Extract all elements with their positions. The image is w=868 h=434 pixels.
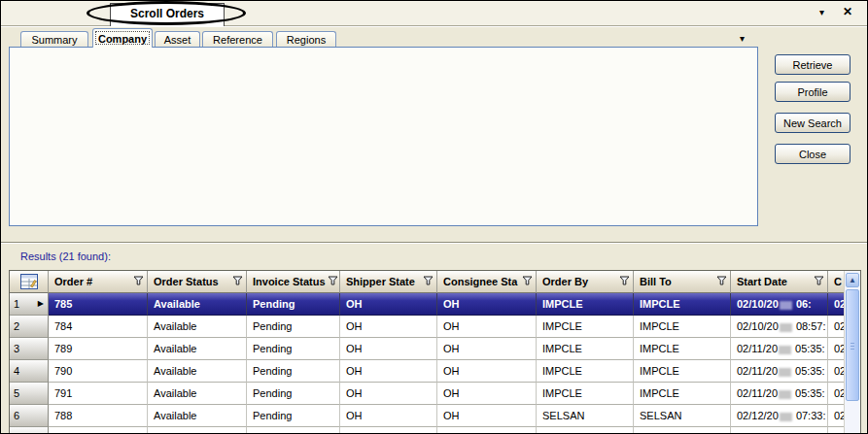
tab-reference[interactable]: Reference xyxy=(202,31,273,48)
column-header-label: Start Date xyxy=(737,276,787,287)
row-header[interactable]: 3 xyxy=(10,338,49,360)
table-row[interactable]: 5791AvailablePendingOHOHIMPCLEIMPCLE02/1… xyxy=(10,383,844,405)
scroll-up-icon[interactable]: ▲ xyxy=(846,273,859,287)
cell: SELSAN xyxy=(537,427,634,433)
cell: Pending xyxy=(247,360,340,383)
cell: 784 xyxy=(49,316,148,338)
row-header[interactable]: 4 xyxy=(10,360,49,383)
column-header-shipper-state[interactable]: Shipper State xyxy=(340,271,437,293)
results-grid: Order #Order StatusInvoice StatusShipper… xyxy=(9,270,861,433)
close-button[interactable]: Close xyxy=(775,144,851,164)
table-row[interactable]: 3789AvailablePendingOHOHIMPCLEIMPCLE02/1… xyxy=(10,338,844,360)
vertical-scrollbar[interactable]: ▲ xyxy=(844,271,860,433)
window-menu-arrow-icon[interactable]: ▾ xyxy=(819,7,824,17)
cell: Pending xyxy=(247,405,340,427)
cell: Available xyxy=(148,338,247,360)
filter-icon[interactable] xyxy=(232,276,243,287)
grid-properties-icon[interactable] xyxy=(10,271,49,293)
window-close-icon[interactable]: ✕ xyxy=(843,5,852,18)
cell: Available xyxy=(148,360,247,383)
cell: OH xyxy=(437,316,537,338)
cell: OH xyxy=(437,405,537,427)
redacted-year xyxy=(779,368,791,377)
window-title: Scroll Orders xyxy=(130,7,204,20)
cell: Pending xyxy=(247,383,340,405)
column-header-order-status[interactable]: Order Status xyxy=(148,271,247,293)
table-row[interactable]: 1▶785AvailablePendingOHOHIMPCLEIMPCLE02/… xyxy=(10,293,844,316)
table-row[interactable]: 2784AvailablePendingOHOHIMPCLEIMPCLE02/1… xyxy=(10,316,844,338)
row-number: 2 xyxy=(14,320,19,332)
filter-icon[interactable] xyxy=(328,276,338,287)
tab-company[interactable]: Company xyxy=(92,28,153,48)
filter-icon[interactable] xyxy=(423,276,434,287)
cell: IMPCLE xyxy=(634,360,731,383)
row-header[interactable]: 2 xyxy=(10,316,49,338)
row-header[interactable]: 1▶ xyxy=(10,293,49,316)
redacted-year xyxy=(779,346,791,354)
column-header-label: Order By xyxy=(542,276,588,287)
cell: IMPCLE xyxy=(634,383,731,405)
retrieve-button[interactable]: Retrieve xyxy=(775,54,851,75)
cell: Available xyxy=(148,293,247,316)
cell: OH xyxy=(437,383,537,405)
tab-asset[interactable]: Asset xyxy=(155,31,200,48)
cell: SELSAN xyxy=(537,405,634,427)
cell: Pending xyxy=(247,427,340,433)
cell-start-date: 02/11/20 05:35: xyxy=(731,338,828,360)
cell: IMPCLE xyxy=(537,316,634,338)
table-row[interactable]: 7797AvailablePendingOHOHSELSANSELSAN02/1… xyxy=(10,427,844,433)
cell: Available xyxy=(148,405,247,427)
row-header[interactable]: 6 xyxy=(10,405,49,427)
tab-overflow-arrow-icon[interactable]: ▾ xyxy=(740,33,745,44)
cell: Available xyxy=(148,383,247,405)
row-header[interactable]: 5 xyxy=(10,383,49,405)
new-search-button[interactable]: New Search xyxy=(775,113,851,133)
table-row[interactable]: 6788AvailablePendingOHOHSELSANSELSAN02/1… xyxy=(10,405,844,427)
cell: IMPCLE xyxy=(537,293,634,316)
cell: OH xyxy=(340,338,437,360)
cell: IMPCLE xyxy=(634,293,731,316)
cell: IMPCLE xyxy=(537,360,634,383)
results-count-label: Results (21 found): xyxy=(20,250,111,262)
cell: OH xyxy=(340,316,437,338)
column-header-consignee-sta[interactable]: Consignee Sta xyxy=(437,271,537,293)
cell: Available xyxy=(148,427,247,433)
cell: Pending xyxy=(247,338,340,360)
column-header-start-date[interactable]: Start Date xyxy=(731,271,828,293)
column-header-invoice-status[interactable]: Invoice Status xyxy=(247,271,340,293)
cell: IMPCLE xyxy=(634,338,731,360)
cell-start-date: 02/11/20 05:35: xyxy=(731,383,828,405)
filter-icon[interactable] xyxy=(522,276,533,287)
column-header-bill-to[interactable]: Bill To xyxy=(634,271,731,293)
cell: OH xyxy=(437,427,537,433)
cell-clipped: 02 xyxy=(828,338,844,360)
window-title-tab[interactable]: Scroll Orders xyxy=(110,3,225,26)
column-header-order-[interactable]: Order # xyxy=(49,271,148,293)
column-header-c[interactable]: C xyxy=(828,271,844,293)
cell: 789 xyxy=(49,338,148,360)
filter-icon[interactable] xyxy=(716,276,727,287)
column-header-order-by[interactable]: Order By xyxy=(537,271,634,293)
cell: SELSAN xyxy=(634,427,731,433)
column-header-label: Shipper State xyxy=(346,276,415,287)
filter-icon[interactable] xyxy=(619,276,630,287)
scrollbar-thumb[interactable] xyxy=(846,289,859,401)
filter-icon[interactable] xyxy=(814,276,824,287)
cell-start-date: 02/10/20 06: xyxy=(731,293,828,316)
row-header[interactable]: 7 xyxy=(10,427,49,433)
table-row[interactable]: 4790AvailablePendingOHOHIMPCLEIMPCLE02/1… xyxy=(10,360,844,383)
filter-icon[interactable] xyxy=(133,276,144,287)
profile-button[interactable]: Profile xyxy=(775,82,851,102)
cell-clipped: 02 xyxy=(828,405,844,427)
cell: Available xyxy=(148,316,247,338)
tab-summary[interactable]: Summary xyxy=(20,31,88,48)
cell: OH xyxy=(340,293,437,316)
row-number: 7 xyxy=(14,432,19,433)
cell-clipped: 02 xyxy=(828,360,844,383)
cell-start-date: 02/11/20 05:35: xyxy=(731,360,828,383)
tab-regions[interactable]: Regions xyxy=(276,31,336,48)
column-header-label: C xyxy=(834,276,842,287)
cell-start-date: 02/10/20 08:57: xyxy=(731,316,828,338)
cell: 791 xyxy=(49,383,148,405)
cell: SELSAN xyxy=(634,405,731,427)
